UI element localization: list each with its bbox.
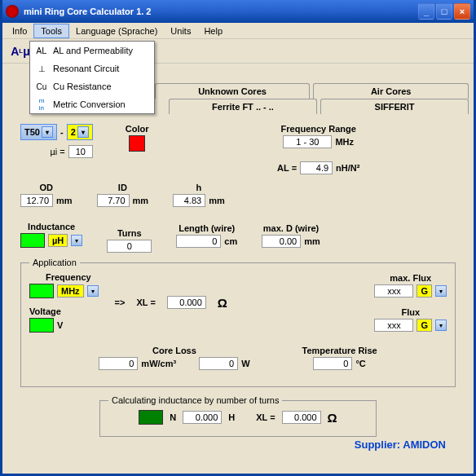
temp-value: 0 (313, 357, 352, 370)
menu-info[interactable]: Info (6, 24, 33, 37)
inductance-input[interactable] (20, 233, 45, 248)
mu-value: 10 (68, 145, 93, 158)
freq-range-value: 1 - 30 (283, 135, 332, 148)
menu-item-cu-resistance[interactable]: Cu Cu Resistance (30, 77, 154, 95)
inductance-unit-select[interactable]: µH (48, 234, 68, 247)
arrow-label: => (115, 298, 126, 307)
app-volt-input[interactable] (29, 318, 54, 333)
flux-value: xxx (374, 319, 413, 332)
dd-label: AL and Permeability (53, 46, 133, 55)
tab-sifferit[interactable]: SIFFERIT (320, 99, 469, 114)
maxd-value: 0.00 (262, 235, 301, 248)
menu-tools[interactable]: Tools (33, 24, 69, 38)
titlebar: mini Ring Core Calculator 1. 2 _ □ × (2, 0, 474, 23)
ohm-label: Ω (328, 411, 337, 425)
app-freq-input[interactable] (29, 284, 54, 298)
menu-item-al-permeability[interactable]: AL AL and Permeability (30, 42, 154, 60)
al-value: 4.9 (300, 161, 333, 174)
od-value: 12.70 (20, 194, 53, 207)
menu-language[interactable]: Language (Sprache) (69, 24, 164, 37)
chevron-down-icon: ▾ (77, 126, 89, 138)
color-label: Color (126, 124, 149, 134)
coreloss-label: Core Loss (152, 346, 196, 355)
coreloss2-value: 0 (199, 357, 238, 370)
calc-n-input[interactable] (139, 410, 163, 425)
main-panel: T50▾ - 2▾ µi = 10 Color Frequency Range … (2, 114, 474, 456)
chevron-down-icon[interactable]: ▾ (435, 320, 447, 331)
h-label: h (196, 183, 202, 192)
calc-h-value: 0.000 (183, 411, 222, 424)
menu-item-metric[interactable]: min Metric Conversion (30, 95, 154, 113)
window-title: mini Ring Core Calculator 1. 2 (24, 7, 418, 16)
maxflux-value: xxx (374, 284, 413, 298)
resonant-icon: ⊥ (35, 62, 48, 75)
al-label: AL = (277, 163, 297, 173)
app-icon (6, 5, 19, 18)
close-button[interactable]: × (454, 3, 470, 20)
tools-dropdown: AL AL and Permeability ⊥ Resonant Circui… (29, 41, 155, 114)
minimize-button[interactable]: _ (418, 3, 434, 20)
al-unit: nH/N² (336, 163, 359, 173)
app-volt-label: Voltage (29, 306, 61, 316)
application-group: Application Frequency MHz ▾ Voltage V (20, 258, 456, 387)
freq-range-label: Frequency Range (281, 124, 356, 134)
ohm-label: Ω (218, 296, 227, 310)
cu-icon: Cu (35, 80, 48, 93)
menu-help[interactable]: Help (197, 24, 229, 37)
dd-label: Resonant Circuit (53, 64, 119, 73)
flux-unit-select[interactable]: G (416, 319, 432, 332)
volt-unit: V (57, 320, 63, 330)
flux-label: Flux (401, 307, 420, 317)
od-label: OD (40, 183, 54, 192)
mu-label: µi = (51, 147, 65, 156)
core-size-select[interactable]: T50▾ (20, 124, 57, 140)
turns-value: 0 (107, 240, 152, 253)
tab-unknown-cores[interactable]: Unknown Cores (155, 83, 311, 99)
inductance-label: Inductance (28, 222, 75, 231)
xl-value: 0.000 (167, 296, 206, 309)
al-icon: AL (35, 44, 48, 57)
color-swatch (129, 135, 145, 152)
maxflux-label: max. Flux (390, 273, 431, 283)
metric-icon: min (35, 98, 48, 111)
chevron-down-icon[interactable]: ▾ (435, 285, 447, 297)
maxd-label: max. D (wire) (263, 223, 319, 233)
menu-item-resonant[interactable]: ⊥ Resonant Circuit (30, 60, 154, 77)
dd-label: Cu Resistance (53, 82, 112, 91)
dash-label: - (60, 127, 64, 137)
calc-xl-label: XL = (256, 412, 275, 422)
supplier-label: Supplier: AMIDON (20, 437, 456, 451)
dd-label: Metric Conversion (53, 99, 126, 109)
tab-air-cores[interactable]: Air Cores (313, 83, 469, 99)
core-mix-select[interactable]: 2▾ (67, 124, 93, 140)
n-label: N (170, 412, 176, 422)
chevron-down-icon[interactable]: ▾ (87, 285, 99, 297)
chevron-down-icon[interactable]: ▾ (71, 235, 82, 246)
freq-range-unit: MHz (335, 137, 354, 147)
menubar: Info Tools Language (Sprache) Units Help (2, 23, 474, 39)
xl-label: XL = (136, 298, 155, 307)
calc-xl-value: 0.000 (282, 411, 321, 424)
calc-legend: Calculating inductance by number of turn… (108, 395, 282, 405)
id-value: 7.70 (97, 194, 130, 207)
h-value: 4.83 (173, 194, 205, 207)
menu-units[interactable]: Units (164, 24, 197, 37)
tab-ferrite[interactable]: Ferrite FT .. - .. (169, 99, 317, 114)
app-freq-unit-select[interactable]: MHz (57, 284, 84, 298)
length-label: Length (wire) (178, 223, 235, 233)
turns-label: Turns (117, 228, 142, 238)
app-freq-label: Frequency (46, 272, 91, 282)
maxflux-unit-select[interactable]: G (416, 284, 432, 298)
length-value: 0 (176, 235, 221, 248)
calc-group: Calculating inductance by number of turn… (99, 395, 377, 437)
coreloss1-value: 0 (99, 357, 138, 370)
id-label: ID (118, 183, 127, 192)
chevron-down-icon: ▾ (42, 126, 53, 138)
maximize-button[interactable]: □ (436, 3, 452, 20)
application-legend: Application (29, 258, 80, 267)
temp-label: Temperature Rise (302, 346, 377, 355)
